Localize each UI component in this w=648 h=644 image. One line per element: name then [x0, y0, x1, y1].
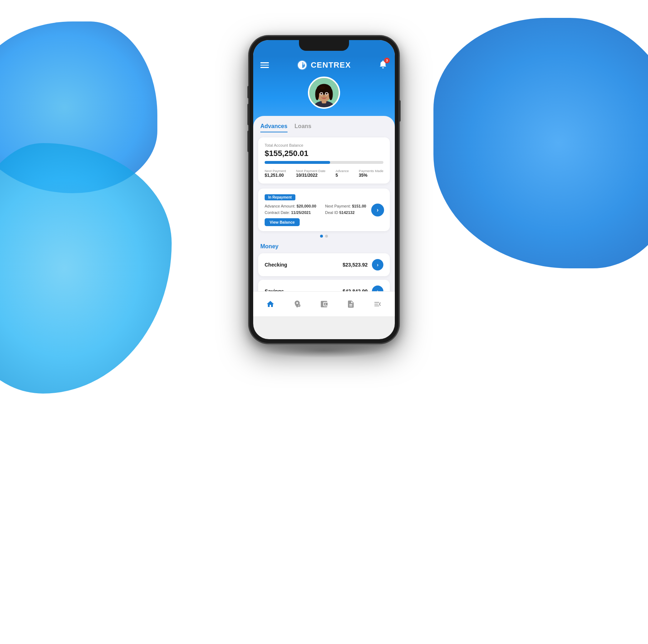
svg-point-17: [322, 97, 326, 99]
balance-value: $155,250.01: [265, 149, 383, 158]
hamburger-line-1: [260, 62, 269, 63]
svg-point-8: [315, 88, 319, 100]
checking-account-card[interactable]: Checking $23,523.92 ›: [258, 253, 390, 276]
mute-button: [247, 86, 249, 98]
hamburger-line-2: [260, 65, 269, 66]
transfers-icon: $: [293, 300, 301, 308]
contract-date-item: Contract Date: 11/25/2021: [265, 210, 323, 215]
svg-point-16: [323, 95, 325, 97]
checking-amount: $23,523.92: [343, 262, 368, 268]
stat-next-payment-value: $1,251.00: [265, 173, 286, 178]
advance-amount-item: Advance Amount: $20,000.00: [265, 204, 323, 208]
bottom-navigation: $: [253, 291, 395, 316]
phone-screen: CENTREX 3: [253, 40, 395, 339]
stat-payments-label: Payments Made: [359, 169, 383, 173]
bg-blob-bottom-left: [0, 143, 172, 394]
avatar-image: [309, 78, 339, 107]
dot-2: [325, 235, 328, 238]
nav-transfers[interactable]: $: [289, 298, 306, 311]
bg-blob-right: [433, 18, 648, 268]
phone-frame: CENTREX 3: [249, 36, 399, 343]
stat-next-payment: Next Payment $1,251.00: [265, 169, 286, 178]
notch: [299, 40, 349, 51]
nav-documents[interactable]: [342, 298, 359, 311]
stat-payments-value: 35%: [359, 173, 383, 178]
stat-date-value: 10/31/2022: [296, 173, 325, 178]
nav-wallet[interactable]: [315, 298, 333, 311]
stat-next-payment-date: Next Payment Date 10/31/2022: [296, 169, 325, 178]
content-area: Advances Loans Total Account Balance $15…: [253, 116, 395, 316]
svg-point-18: [320, 86, 325, 89]
phone-mockup: CENTREX 3: [249, 36, 399, 343]
status-badge: In Repayment: [265, 194, 295, 200]
checking-label: Checking: [265, 262, 287, 268]
advance-arrow-button[interactable]: ›: [371, 204, 384, 216]
pagination-dots: [253, 235, 395, 238]
nav-home[interactable]: [262, 298, 279, 311]
home-icon: [266, 300, 275, 308]
logo-icon: [296, 59, 308, 71]
advance-info-grid: Advance Amount: $20,000.00 Next Payment:…: [265, 204, 383, 215]
progress-bar-fill: [265, 161, 330, 164]
notification-badge: 3: [384, 58, 390, 63]
hamburger-line-3: [260, 67, 269, 68]
tabs-row: Advances Loans: [253, 123, 395, 132]
avatar[interactable]: [308, 77, 340, 109]
nav-menu-icon: [373, 300, 382, 308]
svg-point-14: [320, 93, 322, 94]
checking-arrow-button[interactable]: ›: [372, 259, 383, 270]
logo-text: CENTREX: [311, 60, 351, 70]
documents-icon: [347, 300, 355, 308]
stat-next-payment-label: Next Payment: [265, 169, 286, 173]
stat-payments-made: Payments Made 35%: [359, 169, 383, 178]
tab-loans[interactable]: Loans: [295, 123, 311, 132]
view-balance-button[interactable]: View Balance: [265, 218, 300, 226]
volume-down-button: [247, 131, 249, 152]
progress-bar-container: [265, 161, 383, 164]
stat-advance: Advance 5: [335, 169, 349, 178]
checking-right: $23,523.92 ›: [343, 259, 383, 270]
notification-bell-button[interactable]: 3: [378, 60, 388, 70]
balance-label: Total Account Balance: [265, 143, 383, 147]
svg-point-1: [303, 63, 305, 65]
volume-up-button: [247, 104, 249, 125]
power-button: [399, 100, 401, 122]
user-avatar-section: [260, 77, 388, 109]
tab-advances[interactable]: Advances: [260, 123, 288, 132]
svg-point-9: [329, 88, 333, 100]
phone-shadow: [263, 343, 385, 358]
menu-button[interactable]: [260, 62, 269, 68]
card-stats: Next Payment $1,251.00 Next Payment Date…: [265, 169, 383, 178]
stat-date-label: Next Payment Date: [296, 169, 325, 173]
dot-1: [320, 235, 323, 238]
svg-point-15: [326, 93, 328, 94]
stat-advance-label: Advance: [335, 169, 349, 173]
wallet-icon: [320, 300, 328, 308]
money-section-title: Money: [253, 243, 395, 250]
nav-menu[interactable]: [369, 298, 386, 311]
advance-detail-card: In Repayment Advance Amount: $20,000.00 …: [258, 189, 390, 231]
stat-advance-value: 5: [335, 173, 349, 178]
app-logo: CENTREX: [296, 59, 351, 71]
account-balance-card: Total Account Balance $155,250.01 Next P…: [258, 137, 390, 184]
